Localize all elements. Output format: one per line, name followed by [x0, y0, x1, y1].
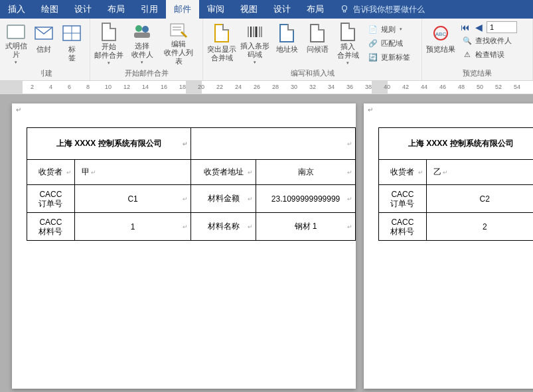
merge-field-icon: [337, 23, 358, 41]
barcode-label: 插入条形 码域: [240, 42, 269, 59]
chevron-down-icon: ▾: [400, 27, 402, 32]
preview-label: 预览结果: [426, 45, 455, 54]
record-number-input[interactable]: [487, 21, 517, 33]
document-area[interactable]: ↵ 上海 XXXX 控制系统有限公司↵ ↵ 收货者↵ 甲↵ 收货者地址↵ 南京↵…: [0, 94, 533, 392]
tab-mailings[interactable]: 邮件: [166, 0, 199, 19]
rules-icon: 📄: [368, 24, 378, 34]
highlight-fields-button[interactable]: 突出显示 合并域: [206, 21, 238, 65]
rules-label: 规则: [381, 25, 396, 34]
envelope-button[interactable]: 信封: [31, 21, 57, 65]
page-1: ↵ 上海 XXXX 控制系统有限公司↵ ↵ 收货者↵ 甲↵ 收货者地址↵ 南京↵…: [12, 103, 356, 389]
data-table-2: 上海 XXXX 控制系统有限公司↵ ↵ 收货者↵ 乙↵ CACC 订单号 C2↵…: [378, 127, 533, 241]
select-recipients-button[interactable]: 选择 收件人 ▾: [126, 21, 158, 65]
svg-point-5: [135, 25, 142, 32]
tab-draw[interactable]: 绘图: [33, 0, 66, 19]
search-icon: 🔍: [462, 35, 473, 46]
edit-recip-label: 编辑 收件人列表: [161, 40, 196, 66]
table-cell: 南京↵: [256, 160, 356, 185]
people-icon: [131, 23, 153, 40]
rules-button[interactable]: 📄 规则 ▾: [365, 23, 413, 36]
greeting-label: 问候语: [304, 45, 331, 54]
postcard-button[interactable]: 式明信片 ▾: [3, 21, 29, 65]
preview-icon: ABC: [430, 23, 451, 44]
chevron-down-icon: ▾: [108, 60, 110, 66]
table-title-cell: 上海 XXXX 控制系统有限公司↵: [379, 128, 534, 160]
table-cell: 2↵: [426, 213, 533, 241]
start-merge-icon: [98, 23, 119, 41]
envelope-label: 信封: [32, 45, 56, 54]
address-label: 地址块: [273, 45, 300, 54]
prev-record-button[interactable]: ◀: [474, 22, 484, 33]
greeting-icon: [307, 23, 328, 44]
table-cell: 收货者地址↵: [191, 160, 256, 185]
table-cell: 收货者↵: [27, 160, 75, 185]
empty-cell: ↵: [191, 128, 356, 160]
match-fields-button[interactable]: 🔗 匹配域: [365, 36, 413, 50]
ribbon-group-start-merge: 开始 邮件合并 ▾ 选择 收件人 ▾ 编辑 收件人列表 开始邮件合并: [90, 19, 203, 80]
tab-view[interactable]: 视图: [232, 0, 266, 19]
merge-field-label: 插入 合并域: [335, 42, 361, 60]
address-icon: [276, 23, 297, 44]
table-cell: CACC 材料号: [27, 213, 75, 241]
greeting-button[interactable]: 问候语: [303, 21, 332, 65]
table-cell: 钢材 1↵: [256, 213, 356, 241]
start-mail-merge-button[interactable]: 开始 邮件合并 ▾: [93, 21, 125, 65]
match-label: 匹配域: [381, 38, 403, 48]
barcode-button[interactable]: 插入条形 码域 ▾: [239, 21, 271, 65]
edit-list-icon: [168, 23, 189, 38]
group-write-label: 编写和插入域: [203, 67, 421, 80]
svg-rect-7: [134, 33, 150, 38]
svg-point-6: [142, 26, 149, 33]
paragraph-mark-icon: ↵: [368, 106, 373, 113]
table-cell: CACC 订单号: [27, 185, 75, 213]
tab-layout[interactable]: 布局: [100, 0, 133, 19]
group-create-label: 刂建: [0, 67, 90, 80]
paragraph-mark-icon: ↵: [16, 106, 21, 113]
find-label: 查找收件人: [475, 36, 512, 46]
start-merge-label: 开始 邮件合并: [94, 42, 123, 60]
chevron-down-icon: ▾: [141, 60, 143, 65]
table-cell: 收货者↵: [379, 160, 427, 185]
group-start-label: 开始邮件合并: [90, 67, 202, 80]
table-cell: C2↵: [426, 185, 533, 213]
table-cell: 1↵: [74, 213, 190, 241]
ribbon-group-write-fields: 突出显示 合并域 插入条形 码域 ▾ 地址块 问候语 插入 合并域 ▾: [203, 19, 422, 80]
tab-insert[interactable]: 插入: [0, 0, 33, 19]
lightbulb-icon: [340, 5, 349, 14]
tell-me-search[interactable]: 告诉我你想要做什么: [332, 0, 425, 19]
table-cell: 甲↵: [74, 160, 190, 185]
highlight-label: 突出显示 合并域: [207, 45, 236, 62]
find-recipient-button[interactable]: 🔍 查找收件人: [459, 34, 517, 47]
address-block-button[interactable]: 地址块: [272, 21, 301, 65]
tab-design2[interactable]: 设计: [266, 0, 299, 19]
update-labels-button[interactable]: 🔄 更新标签: [365, 50, 413, 64]
envelope-icon: [33, 23, 54, 44]
tab-design[interactable]: 设计: [66, 0, 100, 19]
check-icon: ⚠: [462, 49, 473, 60]
table-cell: C1↵: [74, 185, 190, 213]
record-navigator: ⏮ ◀: [459, 21, 517, 33]
update-label: 更新标签: [381, 52, 410, 62]
preview-results-button[interactable]: ABC 预览结果: [425, 21, 457, 65]
labels-icon: [61, 23, 82, 44]
check-errors-button[interactable]: ⚠ 检查错误: [459, 48, 517, 61]
tab-layout2[interactable]: 布局: [299, 0, 332, 19]
highlight-icon: [211, 23, 232, 44]
tab-references[interactable]: 引用: [133, 0, 166, 19]
tab-review[interactable]: 审阅: [199, 0, 232, 19]
ribbon-group-preview: ABC 预览结果 ⏮ ◀ 🔍 查找收件人 ⚠ 检查错误 预览结果: [422, 19, 533, 80]
horizontal-ruler[interactable]: 2468101214161820222426283032343638404244…: [0, 81, 533, 94]
insert-merge-field-button[interactable]: 插入 合并域 ▾: [333, 21, 362, 65]
table-cell: CACC 订单号: [379, 185, 427, 213]
ribbon-tabs: 插入 绘图 设计 布局 引用 邮件 审阅 视图 设计 布局 告诉我你想要做什么: [0, 0, 533, 19]
labels-button[interactable]: 标 签: [58, 21, 85, 65]
tell-me-placeholder: 告诉我你想要做什么: [353, 4, 425, 15]
match-icon: 🔗: [368, 38, 378, 48]
first-record-button[interactable]: ⏮: [459, 22, 471, 33]
svg-point-0: [343, 6, 347, 11]
chevron-down-icon: ▾: [254, 60, 256, 65]
table-cell: 23.1099999999999↵: [256, 185, 356, 213]
page-2: ↵ 上海 XXXX 控制系统有限公司↵ ↵ 收货者↵ 乙↵ CACC 订单号 C…: [364, 103, 533, 389]
postcard-label: 式明信片: [4, 42, 28, 59]
edit-recipients-button[interactable]: 编辑 收件人列表: [159, 21, 198, 65]
